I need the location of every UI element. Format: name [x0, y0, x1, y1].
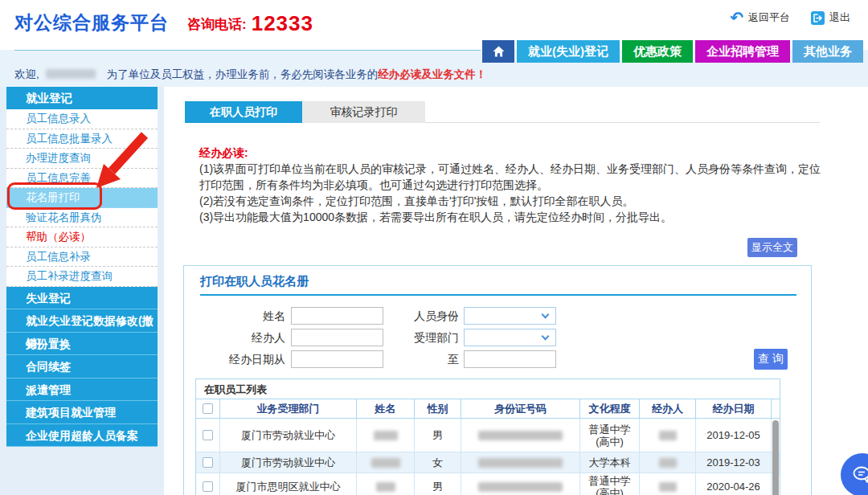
chat-bubble-icon: [852, 465, 868, 485]
sidebar-section-registration-modify[interactable]: 就业失业登记数据修改(撤销): [6, 309, 158, 333]
welcome-body: 为了单位及员工权益，办理业务前，务必先阅读各业务的: [107, 68, 379, 80]
cell-education: 大学本科: [579, 452, 639, 473]
logout-label: 退出: [829, 10, 850, 25]
redacted-name: [371, 458, 400, 468]
date-from-input[interactable]: [291, 350, 383, 368]
select-all-checkbox[interactable]: [203, 403, 213, 414]
tab-active-staff-print[interactable]: 在职人员打印: [185, 101, 302, 123]
cell-gender: 男: [414, 419, 461, 452]
identity-select[interactable]: [464, 307, 556, 325]
sidebar-item-staff-info-complete[interactable]: 员工信息完善: [6, 169, 158, 189]
col-header-dept: 业务受理部门: [219, 399, 356, 419]
table-title: 在职员工列表: [195, 378, 780, 399]
sidebar-section-overage-record[interactable]: 企业使用超龄人员备案: [6, 424, 158, 448]
table-scrollbar[interactable]: [772, 420, 779, 495]
cell-gender: 女: [414, 452, 461, 473]
sidebar-item-staff-batch-entry[interactable]: 员工信息批量录入: [6, 129, 158, 149]
sidebar: 就业登记 员工信息录入 员工信息批量录入 办理进度查询 员工信息完善 花名册打印…: [6, 87, 158, 447]
nav-tab-employment-registration[interactable]: 就业(失业)登记: [517, 40, 620, 63]
show-full-text-button[interactable]: 显示全文: [747, 238, 797, 257]
row-checkbox[interactable]: [203, 430, 213, 440]
welcome-prefix: 欢迎,: [14, 68, 39, 80]
name-label: 姓名: [208, 307, 285, 325]
cell-date: 2019-12-03: [695, 452, 771, 473]
sidebar-section-contract-renewal[interactable]: 合同续签: [6, 355, 158, 378]
sidebar-item-staff-supplement[interactable]: 员工信息补录: [6, 248, 158, 268]
page-title: 对公综合服务平台: [14, 10, 169, 35]
redacted-name: [376, 482, 395, 492]
sidebar-item-progress-query[interactable]: 办理进度查询: [6, 149, 158, 169]
col-header-id-number: 身份证号码: [461, 399, 579, 419]
print-tabs: 在职人员打印 审核记录打印: [185, 101, 820, 123]
redacted-company-name: [46, 69, 96, 79]
divider-line: [14, 50, 481, 51]
notice-line-3: (3)导出功能最大值为10000条数据，若需要导出所有在职人员，请先定位经办时间…: [199, 209, 826, 225]
return-platform-link[interactable]: ↶ 返回平台: [730, 10, 790, 25]
notice-line-1: (1)该界面可打印单位当前在职人员的审核记录，可通过姓名、经办人、经办日期、业务…: [199, 161, 826, 193]
notice-block: 经办必读: (1)该界面可打印单位当前在职人员的审核记录，可通过姓名、经办人、经…: [199, 145, 826, 225]
date-to-input[interactable]: [464, 350, 556, 368]
hotline-label: 咨询电话:: [187, 17, 247, 32]
col-header-gender: 性别: [414, 399, 461, 419]
logout-icon: [811, 11, 825, 25]
chevron-down-icon: [542, 311, 550, 319]
table-row: 厦门市劳动就业中心 男 普通中学(高中) 2019-12-05: [195, 419, 780, 452]
sidebar-item-roster-verify[interactable]: 验证花名册真伪: [6, 208, 158, 228]
logout-link[interactable]: 退出: [811, 10, 850, 25]
top-links: ↶ 返回平台 退出: [730, 10, 850, 25]
sidebar-item-roster-print[interactable]: 花名册打印: [6, 188, 158, 208]
agent-label: 经办人: [208, 329, 285, 346]
hotline: 咨询电话:12333: [187, 11, 313, 36]
row-checkbox[interactable]: [203, 481, 213, 492]
welcome-emphasis: 经办必读及业务文件: [378, 68, 476, 80]
cell-dept: 厦门市劳动就业中心: [219, 452, 356, 473]
sidebar-item-supplement-progress[interactable]: 员工补录进度查询: [6, 267, 158, 287]
sidebar-section-dispatch-management[interactable]: 派遣管理: [6, 378, 158, 402]
welcome-suffix: ！: [476, 68, 487, 80]
chevron-down-icon: [542, 333, 550, 341]
nav-tab-recruitment-management[interactable]: 企业招聘管理: [695, 40, 790, 63]
sidebar-section-construction-employment[interactable]: 建筑项目就业管理: [6, 401, 158, 424]
sidebar-item-help[interactable]: 帮助（必读）: [6, 227, 158, 248]
table-header-row: 业务受理部门 姓名 性别 身份证号码 文化程度 经办人 经办日期: [195, 399, 780, 419]
agent-input[interactable]: [291, 329, 383, 346]
table-row: 厦门市思明区就业中心 男 普通中学(高中) 2020-04-26: [195, 473, 780, 495]
panel-title: 打印在职人员花名册: [200, 274, 309, 289]
sidebar-section-identity-replace[interactable]: 身份置换: [6, 333, 158, 356]
redacted-id-number: [478, 458, 563, 468]
date-from-label: 经办日期从: [208, 350, 285, 368]
nav-tab-preferential-policy[interactable]: 优惠政策: [622, 40, 693, 63]
col-header-education: 文化程度: [579, 399, 639, 419]
dept-select[interactable]: [464, 329, 556, 346]
cell-dept: 厦门市劳动就业中心: [219, 419, 356, 452]
notice-heading: 经办必读:: [199, 145, 826, 161]
tab-audit-record-print[interactable]: 审核记录打印: [302, 101, 425, 123]
sidebar-section-unemployment[interactable]: 失业登记: [6, 287, 158, 310]
table-row: 厦门市劳动就业中心 女 大学本科 2019-12-03: [195, 452, 780, 473]
col-header-date: 经办日期: [695, 399, 771, 419]
redacted-name: [374, 431, 398, 440]
nav-tab-other-business[interactable]: 其他业务: [792, 40, 863, 63]
sidebar-item-staff-info-entry[interactable]: 员工信息录入: [6, 109, 158, 129]
col-header-agent: 经办人: [639, 399, 695, 419]
dept-label: 受理部门: [382, 329, 459, 346]
sidebar-header-employment[interactable]: 就业登记: [6, 87, 158, 109]
cell-date: 2019-12-05: [695, 419, 771, 452]
row-checkbox[interactable]: [203, 457, 213, 468]
cell-date: 2020-04-26: [695, 473, 771, 495]
search-button[interactable]: 查 询: [754, 349, 788, 370]
main-nav: 就业(失业)登记 优惠政策 企业招聘管理 其他业务: [482, 40, 863, 63]
col-header-name: 姓名: [356, 399, 414, 419]
cell-dept: 厦门市思明区就业中心: [219, 473, 356, 495]
home-tab[interactable]: [482, 40, 514, 63]
hotline-number: 12333: [252, 11, 313, 35]
staff-table: 在职员工列表 业务受理部门 姓名 性别 身份证号码 文化程度 经办人 经办日期 …: [195, 378, 780, 495]
cell-gender: 男: [414, 473, 461, 495]
notice-line-2: (2)若没有选定查询条件，定位打印范围，直接单击'打印'按钮，默认打印全部在职人…: [199, 193, 826, 209]
redacted-agent: [659, 458, 677, 468]
name-input[interactable]: [291, 307, 383, 325]
cell-education: 普通中学(高中): [579, 419, 639, 452]
redacted-agent: [659, 431, 677, 440]
cell-education: 普通中学(高中): [579, 473, 639, 495]
panel-title-rule: [200, 294, 796, 296]
